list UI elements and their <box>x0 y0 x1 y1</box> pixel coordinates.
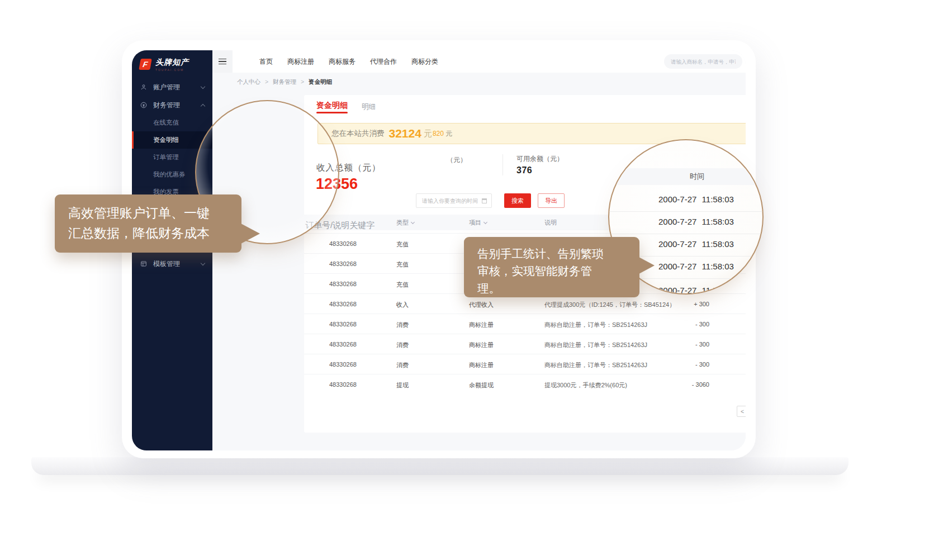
callout-right-line3: 理。 <box>477 279 639 297</box>
cell-type: 消费 <box>396 321 409 329</box>
laptop-mockup: F 头牌知产 TOUPAI.COM 账户管理 财务管理 在线充值 <box>0 0 948 560</box>
table-row[interactable]: 48330268 提现 余额提现 提现3000元，手续费2%(60元) - 30… <box>304 374 746 394</box>
cell-amount: - 300 <box>670 361 709 368</box>
breadcrumb-level2[interactable]: 财务管理 <box>273 78 296 85</box>
cell-desc: 代理提成300元（ID:1245，订单号：SB45124） <box>544 301 675 309</box>
row-divider <box>609 211 764 212</box>
banner-unit: 元 <box>445 129 452 139</box>
sidebar-item-label: 财务管理 <box>153 101 180 110</box>
sidebar-item-finance[interactable]: 财务管理 <box>132 96 212 114</box>
global-search-input[interactable] <box>671 59 736 65</box>
cell-type: 消费 <box>396 341 409 349</box>
pagination: < 1 2 3 4 5 <box>737 406 746 417</box>
breadcrumb: 个人中心 > 财务管理 > 资金明细 <box>212 73 746 91</box>
cell-item: 商标注册 <box>469 341 494 349</box>
cell-order: 48330268 <box>329 381 357 388</box>
finance-icon <box>140 101 148 109</box>
cell-order: 48330268 <box>329 260 357 267</box>
sidebar-item-account[interactable]: 账户管理 <box>132 78 212 96</box>
user-icon <box>140 83 148 91</box>
callout-left-line1: 高效管理账户订单、一键 <box>68 203 241 223</box>
pagination-prev-button[interactable]: < <box>737 406 746 417</box>
sidebar-item-recharge[interactable]: 在线充值 <box>132 114 212 131</box>
cell-amount: - 3060 <box>670 381 709 388</box>
expense-label-partial: （元） <box>447 155 467 165</box>
brand-logo-icon: F <box>139 59 152 70</box>
cell-order: 48330268 <box>329 341 357 348</box>
income-total-label: 收入总额（元） <box>316 162 381 174</box>
cell-type: 充值 <box>396 260 409 269</box>
callout-left-line2: 汇总数据，降低财务成本 <box>68 223 241 243</box>
cell-type: 充值 <box>396 281 409 289</box>
breadcrumb-level1[interactable]: 个人中心 <box>237 78 260 85</box>
nav-item-home[interactable]: 首页 <box>259 57 273 67</box>
tab-partial-label[interactable]: 明细 <box>362 102 376 112</box>
chevron-down-icon <box>411 220 415 224</box>
sidebar-item-funds-detail[interactable]: 资金明细 <box>132 131 212 149</box>
magnified-time-header-band: 时间 <box>609 168 764 185</box>
stats-divider <box>503 154 503 175</box>
tab-funds-detail[interactable]: 资金明细 <box>316 101 348 111</box>
search-button[interactable]: 搜索 <box>504 193 531 208</box>
cell-order: 48330268 <box>329 361 357 368</box>
callout-right-line1: 告别手工统计、告别繁琐 <box>477 245 639 262</box>
cell-balance: ¥12231 <box>740 341 746 348</box>
cell-type: 充值 <box>396 240 409 249</box>
nav-item-trademark-register[interactable]: 商标注册 <box>287 57 314 67</box>
table-row[interactable]: 48330268 消费 商标注册 商标自助注册，订单号：SB2514263J -… <box>304 334 746 354</box>
cell-balance: ¥12231 <box>740 381 746 388</box>
income-total-value: 12356 <box>316 175 358 193</box>
breadcrumb-separator: > <box>301 78 304 85</box>
cell-order: 48330268 <box>329 281 357 287</box>
balance-label: 可用余额（元） <box>516 154 563 164</box>
export-button[interactable]: 导出 <box>538 193 565 208</box>
cell-balance: ¥12231 <box>740 361 746 368</box>
balance-value: 376 <box>516 165 532 175</box>
banner-amount: 820 <box>433 130 444 137</box>
sidebar-item-coupons[interactable]: 我的优惠券 <box>132 166 212 183</box>
cell-amount: + 300 <box>670 301 709 307</box>
magnified-time-value: 2000-7-27 11:58:03 <box>658 217 734 228</box>
sidebar-item-templates[interactable]: 模板管理 <box>132 255 212 273</box>
time-query-input[interactable] <box>422 198 482 204</box>
nav-item-agency[interactable]: 代理合作 <box>370 57 397 67</box>
column-header-desc: 说明 <box>544 215 557 230</box>
sidebar-item-label: 账户管理 <box>153 83 180 92</box>
table-row[interactable]: 48330268 消费 商标注册 商标自助注册，订单号：SB2514263J -… <box>304 354 746 374</box>
cell-type: 收入 <box>396 301 409 309</box>
nav-item-trademark-category[interactable]: 商标分类 <box>411 57 438 67</box>
cell-item: 商标注册 <box>469 361 494 369</box>
hamburger-menu-button[interactable] <box>212 50 233 73</box>
cell-amount: - 300 <box>670 321 709 328</box>
global-search[interactable] <box>664 54 742 69</box>
sidebar-item-orders[interactable]: 订单管理 <box>132 149 212 166</box>
column-header-item[interactable]: 项目 <box>469 215 487 230</box>
magnified-time-value: 2000-7-27 11:58:03 <box>658 239 734 250</box>
active-tab-indicator <box>316 112 348 113</box>
column-header-order-magnified: 订单号/说明关键字 <box>305 220 375 231</box>
calendar-icon[interactable] <box>482 198 487 203</box>
brand-logo[interactable]: F 头牌知产 TOUPAI.COM <box>132 50 212 78</box>
cell-order: 48330268 <box>329 301 357 307</box>
column-header-type[interactable]: 类型 <box>396 215 414 230</box>
magnified-time-header: 时间 <box>690 168 704 185</box>
cell-type: 消费 <box>396 361 409 369</box>
banner-prefix: 您在本站共消费 <box>331 129 385 139</box>
breadcrumb-separator: > <box>265 78 268 85</box>
cell-order: 48330268 <box>329 240 357 247</box>
callout-right-line2: 审核，实现智能财务管 <box>477 262 639 279</box>
banner-amount-magnified: 32124 <box>389 127 421 140</box>
cell-balance: ¥12231 <box>740 301 746 307</box>
time-query-field[interactable] <box>416 193 492 208</box>
cell-order: 48330268 <box>329 321 357 328</box>
nav-item-trademark-service[interactable]: 商标服务 <box>329 57 356 67</box>
top-navbar: 首页 商标注册 商标服务 代理合作 商标分类 <box>212 50 746 73</box>
cell-desc: 提现3000元，手续费2%(60元) <box>544 381 627 390</box>
table-row[interactable]: 48330268 消费 商标注册 商标自助注册，订单号：SB2514263J -… <box>304 314 746 334</box>
chevron-down-icon <box>201 84 205 88</box>
brand-subtext: TOUPAI.COM <box>155 68 189 72</box>
sidebar-item-label: 模板管理 <box>153 259 180 269</box>
template-icon <box>140 260 148 268</box>
callout-left: 高效管理账户订单、一键 汇总数据，降低财务成本 <box>55 194 241 253</box>
magnified-time-value: 2000-7-27 11:58:03 <box>658 262 734 273</box>
